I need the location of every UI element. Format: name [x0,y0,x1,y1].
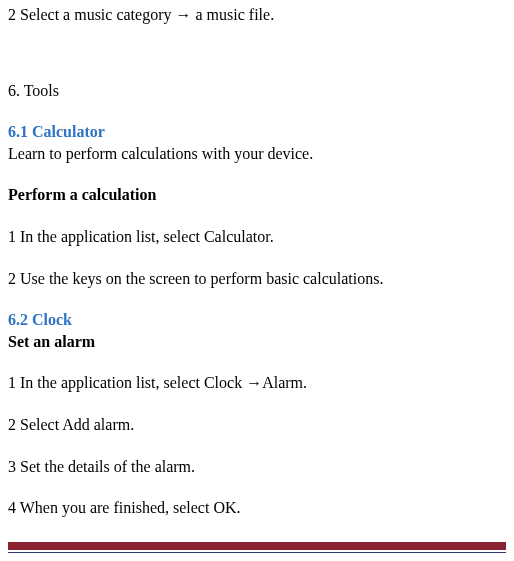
clock-step-4: 4 When you are finished, select OK. [8,497,506,519]
clock-step-1: 1 In the application list, select Clock … [8,372,506,394]
footer-bar-red [8,542,506,550]
footer-divider [8,542,506,553]
calculator-subhead: Perform a calculation [8,184,506,206]
clock-step-3: 3 Set the details of the alarm. [8,456,506,478]
calculator-heading: 6.1 Calculator [8,121,506,143]
spacer [8,46,506,80]
music-step-2: 2 Select a music category → a music file… [8,4,506,26]
clock-subhead: Set an alarm [8,331,506,353]
calc-step-2: 2 Use the keys on the screen to perform … [8,268,506,290]
section-6-title: 6. Tools [8,80,506,102]
calculator-intro: Learn to perform calculations with your … [8,143,506,165]
calc-step-1: 1 In the application list, select Calcul… [8,226,506,248]
footer-bar-blue [8,552,506,553]
clock-step-2: 2 Select Add alarm. [8,414,506,436]
clock-heading: 6.2 Clock [8,309,506,331]
document-page: 2 Select a music category → a music file… [0,0,514,561]
